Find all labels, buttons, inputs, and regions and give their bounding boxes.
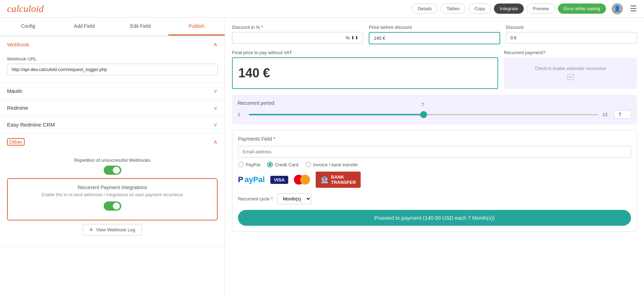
- slider-label: Recurrent period: [238, 100, 631, 106]
- left-panel: Config Add Field Edit Field Publish Webh…: [0, 18, 225, 295]
- nav-copy[interactable]: Copy: [469, 4, 491, 14]
- discount-result-col: Discount 0 €: [506, 25, 637, 44]
- final-price-row: Final price to pay without VAT 140 € Rec…: [232, 50, 637, 89]
- recurrent-box: Recurrent Payment Integrations Enable th…: [7, 178, 218, 220]
- paypal-radio[interactable]: [238, 162, 244, 167]
- recurrent-payment-label: Recurrent payment?: [504, 50, 637, 55]
- slider-input[interactable]: [614, 110, 631, 119]
- slider-value-display: 7: [421, 102, 424, 107]
- redmine-header[interactable]: Redmine ∨: [0, 100, 225, 116]
- logo: calculoid: [7, 3, 44, 14]
- repetition-toggle[interactable]: [104, 166, 121, 175]
- nav-details[interactable]: Details: [412, 4, 438, 14]
- recurrent-cycle-label: Recurrent cycle *: [238, 196, 273, 201]
- easy-redmine-header[interactable]: Easy Redmine CRM ∨: [0, 116, 225, 133]
- slider-thumb[interactable]: 7: [420, 111, 427, 118]
- discount-input[interactable]: % ⬆⬇: [232, 32, 363, 44]
- payments-section: Payments Field * PayPal Credit Card Invo…: [232, 130, 637, 232]
- discount-price-row: Discount in % * % ⬆⬇ Price before discou…: [232, 25, 637, 44]
- repetition-label: Repetition of unsuccessful Webhooks: [74, 158, 150, 163]
- nav-tables[interactable]: Tables: [440, 4, 466, 14]
- payment-options: PayPal Credit Card Invoice / bank transf…: [238, 162, 631, 167]
- send-icon: ✈: [89, 227, 93, 232]
- final-price-label: Final price to pay without VAT: [232, 50, 498, 55]
- tab-config[interactable]: Config: [0, 18, 56, 36]
- invoice-option[interactable]: Invoice / bank transfer: [305, 162, 358, 167]
- mautic-label: Mautic: [7, 88, 22, 94]
- slider-section: Recurrent period 1 7 12: [232, 95, 637, 124]
- webhook-chevron-up: ∧: [213, 41, 218, 48]
- payment-logos: P ayPal VISA 🏦 BANKTRANSFER: [238, 172, 631, 188]
- invoice-label: Invoice / bank transfer: [313, 162, 358, 167]
- webhook-label: Webhook: [7, 41, 29, 47]
- discount-col: Discount in % * % ⬆⬇: [232, 25, 363, 44]
- mautic-chevron: ∨: [213, 88, 218, 94]
- price-before-col: Price before discount 140 €: [369, 25, 500, 44]
- tab-add-field[interactable]: Add Field: [56, 18, 112, 36]
- mautic-section: Mautic ∨: [0, 83, 225, 100]
- other-section: Other ∧ Repetition of unsuccessful Webho…: [0, 133, 225, 246]
- proceed-btn[interactable]: Proceed to payment (140.00 USD each 7 Mo…: [238, 210, 631, 226]
- nav-integrate[interactable]: Integrate: [494, 4, 524, 14]
- bank-transfer-text: BANKTRANSFER: [331, 174, 356, 185]
- email-input[interactable]: [238, 146, 631, 158]
- recurrent-cycle-row: Recurrent cycle * Month(s) Week(s) Year(…: [238, 193, 631, 204]
- other-chevron-up: ∧: [213, 139, 218, 145]
- recurrent-payment-col: Recurrent payment? Check to enable autom…: [504, 50, 637, 89]
- recurrent-box-toggle[interactable]: [104, 201, 121, 211]
- nav-preview[interactable]: Preview: [527, 4, 555, 14]
- mautic-header[interactable]: Mautic ∨: [0, 83, 225, 99]
- redmine-label: Redmine: [7, 105, 28, 111]
- error-saving-btn[interactable]: Error while saving: [558, 4, 606, 14]
- bank-transfer-logo: 🏦 BANKTRANSFER: [316, 172, 361, 188]
- cycle-select[interactable]: Month(s) Week(s) Year(s): [277, 193, 311, 204]
- webhook-header[interactable]: Webhook ∧: [0, 36, 225, 53]
- slider-min: 1: [238, 112, 245, 117]
- webhook-section: Webhook ∧ Webhook URL: [0, 36, 225, 83]
- discount-result-value: 0 €: [506, 32, 637, 44]
- recurrent-box-toggle-container: [13, 201, 211, 211]
- main-layout: Config Add Field Edit Field Publish Webh…: [0, 18, 644, 295]
- redmine-section: Redmine ∨: [0, 100, 225, 116]
- payments-label: Payments Field *: [238, 136, 631, 142]
- price-before-label: Price before discount: [369, 25, 500, 30]
- tab-bar: Config Add Field Edit Field Publish: [0, 18, 225, 36]
- invoice-radio[interactable]: [305, 162, 311, 167]
- right-panel: Discount in % * % ⬆⬇ Price before discou…: [225, 18, 644, 295]
- recurrent-check-hint: Check to enable automatic recurrence: [535, 66, 606, 71]
- paypal-option[interactable]: PayPal: [238, 162, 260, 167]
- credit-card-radio[interactable]: [267, 162, 273, 167]
- top-nav: calculoid Details Tables Copy Integrate …: [0, 0, 644, 18]
- paypal-label: PayPal: [246, 162, 260, 167]
- webhook-content: Webhook URL: [0, 53, 225, 82]
- recurrent-box-title: Recurrent Payment Integrations: [13, 185, 211, 190]
- webhook-url-label: Webhook URL: [7, 56, 218, 62]
- mastercard-logo: [294, 175, 310, 185]
- hamburger-icon[interactable]: ☰: [630, 4, 637, 13]
- discount-result-label: Discount: [506, 25, 637, 30]
- nav-buttons: Details Tables Copy Integrate Preview Er…: [412, 3, 637, 14]
- visa-logo: VISA: [270, 176, 288, 184]
- easy-redmine-chevron: ∨: [213, 121, 218, 128]
- credit-card-option[interactable]: Credit Card: [267, 162, 298, 167]
- other-header[interactable]: Other ∧: [0, 133, 225, 150]
- avatar[interactable]: 👤: [612, 3, 623, 14]
- webhook-url-input[interactable]: [7, 64, 218, 75]
- recurrent-box-desc: Enable this to re-send webhooks / integr…: [13, 192, 211, 197]
- paypal-logo: P ayPal: [238, 175, 265, 184]
- credit-card-label: Credit Card: [275, 162, 298, 167]
- webhook-log-btn[interactable]: ✈ View Webhook Log: [83, 224, 142, 236]
- discount-label: Discount in % *: [232, 25, 363, 30]
- recurrent-check-section: Check to enable automatic recurrence ✓: [535, 66, 606, 80]
- recurrent-checkbox[interactable]: ✓: [567, 74, 574, 80]
- repetition-toggle-container: Repetition of unsuccessful Webhooks: [7, 158, 218, 175]
- tab-edit-field[interactable]: Edit Field: [112, 18, 169, 36]
- tab-publish[interactable]: Publish: [168, 18, 225, 36]
- other-label: Other: [7, 138, 25, 146]
- slider-track[interactable]: 7: [249, 114, 598, 115]
- final-price-value: 140 €: [232, 57, 498, 89]
- other-content: Repetition of unsuccessful Webhooks Recu…: [0, 150, 225, 246]
- easy-redmine-label: Easy Redmine CRM: [7, 122, 55, 128]
- slider-fill: [249, 114, 424, 115]
- final-price-col: Final price to pay without VAT 140 €: [232, 50, 498, 89]
